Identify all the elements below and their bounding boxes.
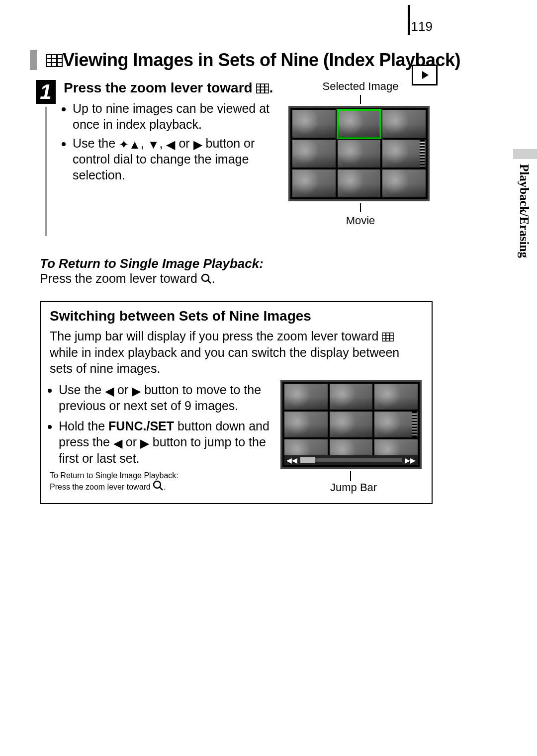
jump-next-icon [405,456,416,464]
svg-rect-14 [257,87,260,90]
playback-mode-icon [412,65,438,85]
index-preview-figure: Selected Image Movie [288,80,433,236]
svg-rect-17 [257,90,260,93]
svg-rect-3 [58,55,62,58]
svg-rect-7 [47,63,51,66]
step-bullet-2: Use the ✦pad▲, ▼, ◀ or ▶ button or contr… [73,135,280,183]
svg-rect-26 [383,336,386,338]
svg-line-33 [160,487,163,490]
svg-rect-13 [266,84,268,87]
svg-point-32 [154,481,161,488]
left-arrow-icon: ◀ [105,385,114,397]
svg-rect-8 [52,63,56,66]
return-instruction: To Return to Single Image Playback: Pres… [40,256,433,287]
svg-rect-1 [47,55,51,58]
svg-rect-29 [383,339,386,341]
jump-bar [284,455,418,465]
box-bullet-1: Use the ◀ or ▶ button to move to the pre… [59,382,274,414]
svg-rect-19 [266,90,268,93]
left-arrow-icon: ◀ [113,437,122,449]
svg-rect-31 [390,339,393,341]
jump-prev-icon [286,456,297,464]
right-arrow-icon: ▶ [132,385,141,397]
svg-rect-24 [387,334,390,336]
box-return-heading: To Return to Single Image Playback: [50,471,274,480]
left-arrow-icon: ◀ [166,139,175,151]
svg-rect-27 [387,336,390,338]
step-number: 1 [36,80,56,104]
up-arrow-icon: ▲ [129,139,141,151]
magnify-icon [201,273,212,287]
index-grid-icon [382,333,394,341]
svg-rect-28 [390,336,393,338]
index-grid-icon [256,84,269,93]
selected-image-label: Selected Image [288,80,433,93]
svg-rect-4 [47,59,51,62]
svg-rect-30 [387,339,390,341]
magnify-icon [153,480,164,493]
right-arrow-icon: ▶ [140,437,149,449]
side-tab-label: Playback/Erasing [517,164,531,258]
up-arrow-icon: ✦ [119,139,129,151]
movie-filmstrip-icon [420,140,425,168]
svg-rect-11 [257,84,260,87]
svg-rect-23 [383,334,386,336]
svg-rect-12 [261,84,264,87]
selected-thumbnail [338,110,381,138]
svg-rect-16 [266,87,268,90]
svg-line-21 [208,280,211,283]
page-number-divider [408,5,410,35]
box-bullet-2: Hold the FUNC./SET button down and press… [59,418,274,467]
movie-label: Movie [288,214,433,227]
svg-rect-18 [261,90,264,93]
step-guide-line [45,107,47,236]
right-arrow-icon: ▶ [193,139,202,151]
box-return-body: Press the zoom lever toward . [50,480,274,493]
step-1: 1 Press the zoom lever toward . Up to ni… [36,80,433,236]
svg-rect-15 [261,87,264,90]
step-bullet-1: Up to nine images can be viewed at once … [73,100,280,132]
jump-bar-figure: Jump Bar [280,380,423,494]
index-thumbnail-grid [288,106,430,201]
step-heading: Press the zoom lever toward . [64,80,280,96]
page-number: 119 [411,19,433,34]
section-title-text: Viewing Images in Sets of Nine (Index Pl… [63,50,460,70]
svg-rect-6 [58,59,62,62]
jump-bar-label: Jump Bar [330,481,423,494]
index-grid-icon [46,54,63,67]
box-intro: The jump bar will display if you press t… [50,328,423,377]
return-heading: To Return to Single Image Playback: [40,256,433,271]
box-heading: Switching between Sets of Nine Images [50,308,423,324]
switching-sets-box: Switching between Sets of Nine Images Th… [40,301,433,504]
svg-rect-2 [52,55,56,58]
svg-rect-9 [58,63,62,66]
svg-rect-5 [52,59,56,62]
down-arrow-icon: ▼ [148,139,160,151]
svg-rect-25 [390,334,393,336]
svg-point-20 [202,274,209,281]
